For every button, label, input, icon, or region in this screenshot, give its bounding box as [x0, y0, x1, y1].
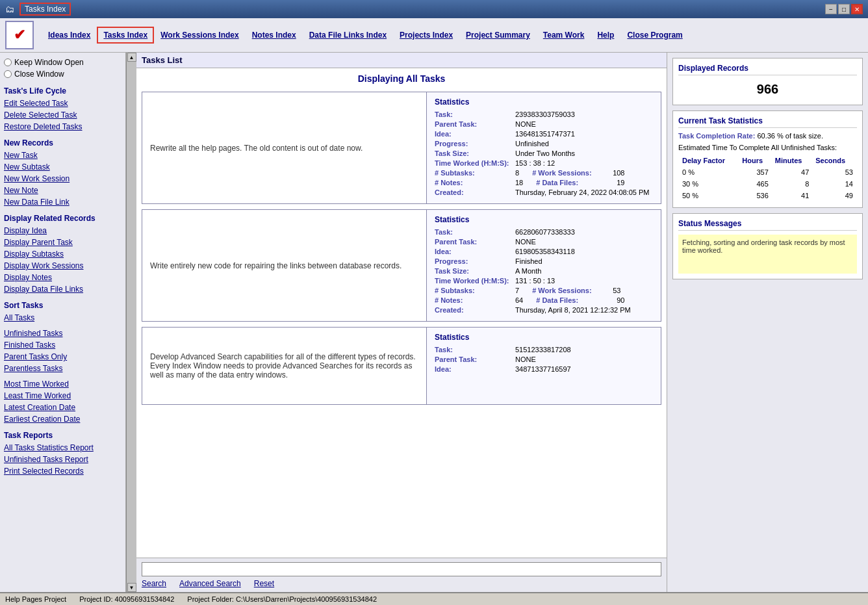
displayed-records-section: Displayed Records 966: [672, 58, 863, 105]
created-value: Thursday, February 24, 2022 04:08:05 PM: [515, 188, 649, 196]
stats-title: Statistics: [435, 97, 653, 107]
restore-button[interactable]: □: [838, 4, 850, 14]
display-data-file-links[interactable]: Display Data File Links: [4, 284, 121, 294]
menu-tasks-index[interactable]: Tasks Index: [97, 27, 154, 44]
print-selected-records[interactable]: Print Selected Records: [4, 466, 121, 476]
minutes-cell: 47: [772, 167, 811, 177]
table-row: 50 % 536 41 49: [680, 190, 856, 201]
delay-cell: 0 %: [680, 167, 738, 177]
minutes-cell: 41: [772, 190, 811, 201]
close-window-radio[interactable]: [4, 70, 12, 78]
reset-button[interactable]: Reset: [254, 579, 274, 588]
unfinished-tasks[interactable]: Unfinished Tasks: [4, 328, 121, 339]
completion-rate-value: 60.36 % of task size.: [757, 132, 823, 140]
table-row: 30 % 465 8 14: [680, 179, 856, 189]
delay-cell: 30 %: [680, 179, 738, 189]
display-parent-task[interactable]: Display Parent Task: [4, 237, 121, 248]
task-card: Write entirely new code for repairing th…: [142, 209, 661, 322]
latest-creation-date[interactable]: Latest Creation Date: [4, 402, 121, 413]
displayed-records-title: Displayed Records: [678, 64, 857, 75]
restore-deleted-tasks[interactable]: Restore Deleted Tasks: [4, 122, 121, 132]
scroll-down-arrow[interactable]: ▼: [127, 583, 136, 592]
stats-title: Statistics: [435, 215, 653, 224]
scroll-up-arrow[interactable]: ▲: [127, 53, 136, 62]
sidebar-scrollbar[interactable]: ▲ ▼: [126, 53, 136, 592]
time-worked-label: Time Worked (H:M:S):: [435, 159, 513, 167]
data-files-value: 19: [617, 179, 624, 187]
col-seconds: Seconds: [813, 155, 856, 166]
title-bar-text: Tasks Index: [19, 3, 71, 16]
delete-selected-task[interactable]: Delete Selected Task: [4, 110, 121, 120]
estimated-time-label: Estimated Time To Complete All Unfinishe…: [678, 144, 857, 151]
task-stats-panel: Statistics Task: 662806077338333 Parent …: [427, 210, 661, 321]
display-related-records-title: Display Related Records: [4, 214, 121, 223]
seconds-cell: 14: [813, 179, 856, 189]
parent-tasks-only[interactable]: Parent Tasks Only: [4, 352, 121, 362]
progress-label: Progress:: [435, 140, 513, 148]
keep-window-label: Keep Window Open: [14, 58, 84, 67]
search-bar: Search Advanced Search Reset: [136, 558, 667, 592]
list-header-label: Tasks List: [142, 55, 183, 65]
task-size-value: Under Two Months: [515, 149, 575, 157]
idea-label: Idea:: [435, 130, 513, 138]
finished-tasks[interactable]: Finished Tasks: [4, 340, 121, 350]
close-button[interactable]: ✕: [851, 4, 863, 14]
created-label: Created:: [435, 188, 513, 196]
advanced-search-button[interactable]: Advanced Search: [179, 579, 241, 588]
task-description: Rewrite all the help pages. The old cont…: [142, 92, 427, 203]
minimize-button[interactable]: −: [825, 4, 837, 14]
main-area: Tasks List Displaying All Tasks Rewrite …: [136, 53, 667, 592]
earliest-creation-date[interactable]: Earliest Creation Date: [4, 414, 121, 424]
menu-help[interactable]: Help: [591, 27, 620, 44]
menu-ideas-index[interactable]: Ideas Index: [42, 27, 97, 44]
edit-selected-task[interactable]: Edit Selected Task: [4, 98, 121, 109]
all-tasks[interactable]: All Tasks: [4, 313, 121, 323]
new-subtask[interactable]: New Subtask: [4, 162, 121, 172]
menu-project-summary[interactable]: Project Summary: [459, 27, 537, 44]
parentless-tasks[interactable]: Parentless Tasks: [4, 363, 121, 374]
display-idea[interactable]: Display Idea: [4, 225, 121, 236]
new-task[interactable]: New Task: [4, 150, 121, 161]
col-minutes: Minutes: [772, 155, 811, 166]
most-time-worked[interactable]: Most Time Worked: [4, 379, 121, 389]
sort-tasks-title: Sort Tasks: [4, 301, 121, 310]
completion-rate-label: Task Completion Rate:: [678, 132, 755, 140]
least-time-worked[interactable]: Least Time Worked: [4, 391, 121, 401]
keep-window-radio[interactable]: [4, 58, 12, 66]
new-work-session[interactable]: New Work Session: [4, 174, 121, 184]
new-data-file-link[interactable]: New Data File Link: [4, 197, 121, 207]
subtasks-value: 8: [515, 169, 519, 177]
unfinished-tasks-report[interactable]: Unfinished Tasks Report: [4, 454, 121, 465]
search-button[interactable]: Search: [142, 579, 166, 588]
hours-cell: 357: [739, 167, 771, 177]
menu-notes-index[interactable]: Notes Index: [246, 27, 303, 44]
display-subtasks[interactable]: Display Subtasks: [4, 249, 121, 259]
seconds-cell: 53: [813, 167, 856, 177]
col-delay: Delay Factor: [680, 155, 738, 166]
all-tasks-statistics-report[interactable]: All Tasks Statistics Report: [4, 443, 121, 453]
right-panel: Displayed Records 966 Current Task Stati…: [667, 53, 868, 592]
menu-bar: ✔ Ideas Index Tasks Index Work Sessions …: [0, 18, 868, 53]
display-title: Displaying All Tasks: [136, 68, 667, 89]
search-input[interactable]: [142, 562, 661, 576]
keep-window-open-option[interactable]: Keep Window Open: [4, 58, 121, 67]
task-card: Develop Advanced Search capabilities for…: [142, 327, 661, 405]
task-list: Rewrite all the help pages. The old cont…: [136, 89, 667, 558]
parent-task-label: Parent Task:: [435, 120, 513, 128]
progress-value: Unfinished: [515, 140, 549, 148]
display-work-sessions[interactable]: Display Work Sessions: [4, 261, 121, 271]
menu-work-sessions-index[interactable]: Work Sessions Index: [154, 27, 246, 44]
menu-data-file-links-index[interactable]: Data File Links Index: [303, 27, 393, 44]
task-description: Develop Advanced Search capabilities for…: [142, 328, 427, 404]
hours-cell: 536: [739, 190, 771, 201]
menu-team-work[interactable]: Team Work: [537, 27, 591, 44]
close-window-option[interactable]: Close Window: [4, 70, 121, 79]
menu-projects-index[interactable]: Projects Index: [393, 27, 459, 44]
display-notes[interactable]: Display Notes: [4, 272, 121, 283]
new-note[interactable]: New Note: [4, 185, 121, 196]
task-reports-title: Task Reports: [4, 431, 121, 440]
menu-close-program[interactable]: Close Program: [620, 27, 689, 44]
time-estimate-table: Delay Factor Hours Minutes Seconds 0 % 3…: [678, 154, 857, 202]
work-sessions-label: # Work Sessions:: [532, 169, 610, 177]
project-name: Help Pages Project: [5, 595, 66, 603]
